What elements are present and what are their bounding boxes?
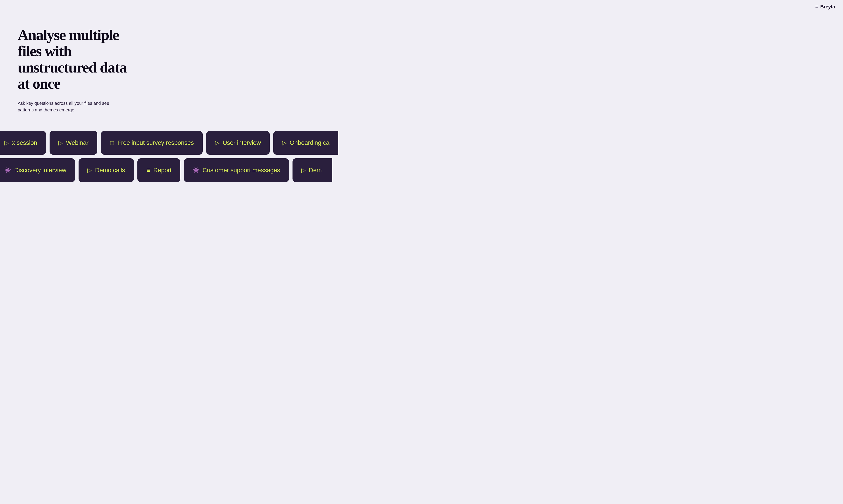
list-item[interactable]: ▷ Onboarding ca [273, 131, 338, 155]
play-icon: ▷ [215, 140, 220, 146]
list-item[interactable]: ▷ Webinar [50, 131, 97, 155]
list-item[interactable]: ◫ Free input survey responses [101, 131, 203, 155]
header: ≡ Breyta [0, 0, 843, 14]
list-item[interactable]: ▷ x session [0, 131, 46, 155]
card-label: Webinar [66, 139, 88, 146]
report-icon: ≣ [146, 168, 150, 173]
survey-icon: ◫ [110, 140, 115, 145]
hero-title: Analyse multiple files with unstructured… [18, 27, 137, 92]
play-icon: ▷ [4, 140, 9, 146]
card-label: Onboarding ca [290, 139, 329, 146]
list-item[interactable]: ▷ User interview [206, 131, 270, 155]
list-item[interactable]: ▷ Dem [293, 158, 332, 182]
card-label: User interview [223, 139, 261, 146]
card-label: x session [12, 139, 37, 146]
hero-section: Analyse multiple files with unstructured… [0, 14, 155, 113]
logo[interactable]: ≡ Breyta [815, 4, 835, 10]
logo-text: Breyta [820, 4, 835, 10]
card-label: Customer support messages [203, 167, 280, 174]
play-icon: ▷ [302, 167, 306, 173]
play-icon: ▷ [282, 140, 287, 146]
list-item[interactable]: 👾 Customer support messages [184, 158, 289, 182]
ghost-icon: 👾 [193, 167, 199, 173]
cards-section: ▷ x session ▷ Webinar ◫ Free input surve… [0, 131, 843, 182]
play-icon: ▷ [87, 167, 92, 173]
card-label: Dem [309, 167, 322, 174]
card-label: Demo calls [95, 167, 125, 174]
cards-row-1: ▷ x session ▷ Webinar ◫ Free input surve… [0, 131, 843, 155]
card-label: Discovery interview [14, 167, 66, 174]
logo-icon: ≡ [815, 4, 818, 10]
cards-row-2: 👾 Discovery interview ▷ Demo calls ≣ Rep… [0, 158, 843, 182]
list-item[interactable]: ≣ Report [137, 158, 180, 182]
card-label: Report [153, 167, 171, 174]
play-icon: ▷ [58, 140, 63, 146]
card-label: Free input survey responses [118, 139, 194, 146]
list-item[interactable]: ▷ Demo calls [79, 158, 134, 182]
list-item[interactable]: 👾 Discovery interview [0, 158, 75, 182]
hero-subtitle: Ask key questions across all your files … [18, 100, 124, 113]
ghost-icon: 👾 [4, 167, 11, 173]
